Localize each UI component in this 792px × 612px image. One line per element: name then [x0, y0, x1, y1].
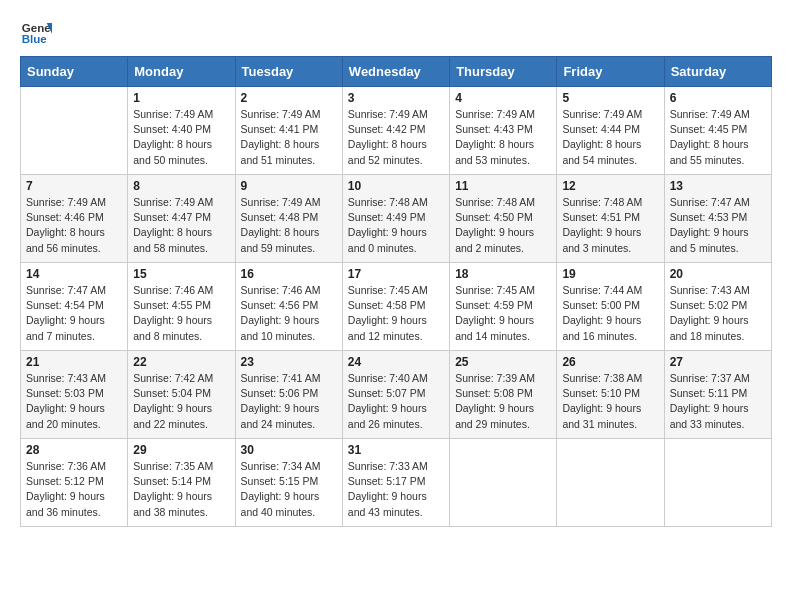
calendar-cell: 25Sunrise: 7:39 AMSunset: 5:08 PMDayligh… — [450, 351, 557, 439]
cell-day-number: 13 — [670, 179, 766, 193]
calendar-cell: 14Sunrise: 7:47 AMSunset: 4:54 PMDayligh… — [21, 263, 128, 351]
cell-day-number: 14 — [26, 267, 122, 281]
calendar-cell: 17Sunrise: 7:45 AMSunset: 4:58 PMDayligh… — [342, 263, 449, 351]
days-header-row: SundayMondayTuesdayWednesdayThursdayFrid… — [21, 57, 772, 87]
calendar-cell: 11Sunrise: 7:48 AMSunset: 4:50 PMDayligh… — [450, 175, 557, 263]
calendar-cell: 23Sunrise: 7:41 AMSunset: 5:06 PMDayligh… — [235, 351, 342, 439]
calendar-cell: 16Sunrise: 7:46 AMSunset: 4:56 PMDayligh… — [235, 263, 342, 351]
cell-day-number: 24 — [348, 355, 444, 369]
calendar-cell: 12Sunrise: 7:48 AMSunset: 4:51 PMDayligh… — [557, 175, 664, 263]
cell-info: Sunrise: 7:38 AMSunset: 5:10 PMDaylight:… — [562, 371, 658, 432]
week-row-4: 21Sunrise: 7:43 AMSunset: 5:03 PMDayligh… — [21, 351, 772, 439]
calendar-cell: 29Sunrise: 7:35 AMSunset: 5:14 PMDayligh… — [128, 439, 235, 527]
cell-info: Sunrise: 7:37 AMSunset: 5:11 PMDaylight:… — [670, 371, 766, 432]
cell-day-number: 15 — [133, 267, 229, 281]
cell-day-number: 5 — [562, 91, 658, 105]
calendar-cell: 22Sunrise: 7:42 AMSunset: 5:04 PMDayligh… — [128, 351, 235, 439]
day-header-monday: Monday — [128, 57, 235, 87]
cell-info: Sunrise: 7:49 AMSunset: 4:41 PMDaylight:… — [241, 107, 337, 168]
cell-info: Sunrise: 7:45 AMSunset: 4:59 PMDaylight:… — [455, 283, 551, 344]
calendar-cell: 26Sunrise: 7:38 AMSunset: 5:10 PMDayligh… — [557, 351, 664, 439]
calendar-cell: 10Sunrise: 7:48 AMSunset: 4:49 PMDayligh… — [342, 175, 449, 263]
cell-info: Sunrise: 7:49 AMSunset: 4:44 PMDaylight:… — [562, 107, 658, 168]
cell-info: Sunrise: 7:44 AMSunset: 5:00 PMDaylight:… — [562, 283, 658, 344]
cell-info: Sunrise: 7:49 AMSunset: 4:42 PMDaylight:… — [348, 107, 444, 168]
calendar-cell: 30Sunrise: 7:34 AMSunset: 5:15 PMDayligh… — [235, 439, 342, 527]
cell-day-number: 16 — [241, 267, 337, 281]
cell-day-number: 3 — [348, 91, 444, 105]
cell-day-number: 11 — [455, 179, 551, 193]
cell-day-number: 26 — [562, 355, 658, 369]
cell-day-number: 29 — [133, 443, 229, 457]
cell-day-number: 19 — [562, 267, 658, 281]
cell-day-number: 22 — [133, 355, 229, 369]
cell-info: Sunrise: 7:49 AMSunset: 4:40 PMDaylight:… — [133, 107, 229, 168]
cell-day-number: 21 — [26, 355, 122, 369]
cell-info: Sunrise: 7:33 AMSunset: 5:17 PMDaylight:… — [348, 459, 444, 520]
cell-info: Sunrise: 7:39 AMSunset: 5:08 PMDaylight:… — [455, 371, 551, 432]
cell-info: Sunrise: 7:49 AMSunset: 4:45 PMDaylight:… — [670, 107, 766, 168]
day-header-tuesday: Tuesday — [235, 57, 342, 87]
logo: General Blue — [20, 16, 56, 48]
week-row-5: 28Sunrise: 7:36 AMSunset: 5:12 PMDayligh… — [21, 439, 772, 527]
calendar-cell — [664, 439, 771, 527]
calendar-cell: 7Sunrise: 7:49 AMSunset: 4:46 PMDaylight… — [21, 175, 128, 263]
calendar-cell — [21, 87, 128, 175]
cell-info: Sunrise: 7:45 AMSunset: 4:58 PMDaylight:… — [348, 283, 444, 344]
calendar-cell — [557, 439, 664, 527]
svg-text:Blue: Blue — [22, 33, 48, 45]
cell-day-number: 10 — [348, 179, 444, 193]
calendar-cell: 1Sunrise: 7:49 AMSunset: 4:40 PMDaylight… — [128, 87, 235, 175]
calendar-cell: 13Sunrise: 7:47 AMSunset: 4:53 PMDayligh… — [664, 175, 771, 263]
cell-info: Sunrise: 7:49 AMSunset: 4:43 PMDaylight:… — [455, 107, 551, 168]
week-row-2: 7Sunrise: 7:49 AMSunset: 4:46 PMDaylight… — [21, 175, 772, 263]
cell-info: Sunrise: 7:36 AMSunset: 5:12 PMDaylight:… — [26, 459, 122, 520]
calendar-cell: 21Sunrise: 7:43 AMSunset: 5:03 PMDayligh… — [21, 351, 128, 439]
calendar-cell: 31Sunrise: 7:33 AMSunset: 5:17 PMDayligh… — [342, 439, 449, 527]
calendar-table: SundayMondayTuesdayWednesdayThursdayFrid… — [20, 56, 772, 527]
header: General Blue — [20, 16, 772, 48]
cell-info: Sunrise: 7:46 AMSunset: 4:56 PMDaylight:… — [241, 283, 337, 344]
cell-day-number: 17 — [348, 267, 444, 281]
calendar-cell: 24Sunrise: 7:40 AMSunset: 5:07 PMDayligh… — [342, 351, 449, 439]
cell-day-number: 27 — [670, 355, 766, 369]
cell-info: Sunrise: 7:48 AMSunset: 4:50 PMDaylight:… — [455, 195, 551, 256]
calendar-cell: 9Sunrise: 7:49 AMSunset: 4:48 PMDaylight… — [235, 175, 342, 263]
calendar-cell: 27Sunrise: 7:37 AMSunset: 5:11 PMDayligh… — [664, 351, 771, 439]
cell-info: Sunrise: 7:48 AMSunset: 4:49 PMDaylight:… — [348, 195, 444, 256]
cell-day-number: 12 — [562, 179, 658, 193]
day-header-saturday: Saturday — [664, 57, 771, 87]
calendar-cell: 2Sunrise: 7:49 AMSunset: 4:41 PMDaylight… — [235, 87, 342, 175]
cell-day-number: 28 — [26, 443, 122, 457]
cell-info: Sunrise: 7:49 AMSunset: 4:47 PMDaylight:… — [133, 195, 229, 256]
cell-info: Sunrise: 7:46 AMSunset: 4:55 PMDaylight:… — [133, 283, 229, 344]
logo-icon: General Blue — [20, 16, 52, 48]
cell-day-number: 20 — [670, 267, 766, 281]
cell-info: Sunrise: 7:34 AMSunset: 5:15 PMDaylight:… — [241, 459, 337, 520]
calendar-cell: 5Sunrise: 7:49 AMSunset: 4:44 PMDaylight… — [557, 87, 664, 175]
cell-info: Sunrise: 7:48 AMSunset: 4:51 PMDaylight:… — [562, 195, 658, 256]
cell-info: Sunrise: 7:43 AMSunset: 5:02 PMDaylight:… — [670, 283, 766, 344]
calendar-cell: 20Sunrise: 7:43 AMSunset: 5:02 PMDayligh… — [664, 263, 771, 351]
cell-day-number: 7 — [26, 179, 122, 193]
day-header-friday: Friday — [557, 57, 664, 87]
calendar-cell: 15Sunrise: 7:46 AMSunset: 4:55 PMDayligh… — [128, 263, 235, 351]
day-header-thursday: Thursday — [450, 57, 557, 87]
calendar-cell: 8Sunrise: 7:49 AMSunset: 4:47 PMDaylight… — [128, 175, 235, 263]
cell-day-number: 18 — [455, 267, 551, 281]
cell-info: Sunrise: 7:35 AMSunset: 5:14 PMDaylight:… — [133, 459, 229, 520]
calendar-cell: 3Sunrise: 7:49 AMSunset: 4:42 PMDaylight… — [342, 87, 449, 175]
cell-info: Sunrise: 7:47 AMSunset: 4:53 PMDaylight:… — [670, 195, 766, 256]
day-header-wednesday: Wednesday — [342, 57, 449, 87]
cell-day-number: 31 — [348, 443, 444, 457]
cell-info: Sunrise: 7:49 AMSunset: 4:46 PMDaylight:… — [26, 195, 122, 256]
cell-info: Sunrise: 7:49 AMSunset: 4:48 PMDaylight:… — [241, 195, 337, 256]
cell-info: Sunrise: 7:47 AMSunset: 4:54 PMDaylight:… — [26, 283, 122, 344]
cell-day-number: 30 — [241, 443, 337, 457]
cell-info: Sunrise: 7:43 AMSunset: 5:03 PMDaylight:… — [26, 371, 122, 432]
cell-day-number: 8 — [133, 179, 229, 193]
cell-day-number: 25 — [455, 355, 551, 369]
cell-day-number: 4 — [455, 91, 551, 105]
week-row-3: 14Sunrise: 7:47 AMSunset: 4:54 PMDayligh… — [21, 263, 772, 351]
cell-info: Sunrise: 7:41 AMSunset: 5:06 PMDaylight:… — [241, 371, 337, 432]
